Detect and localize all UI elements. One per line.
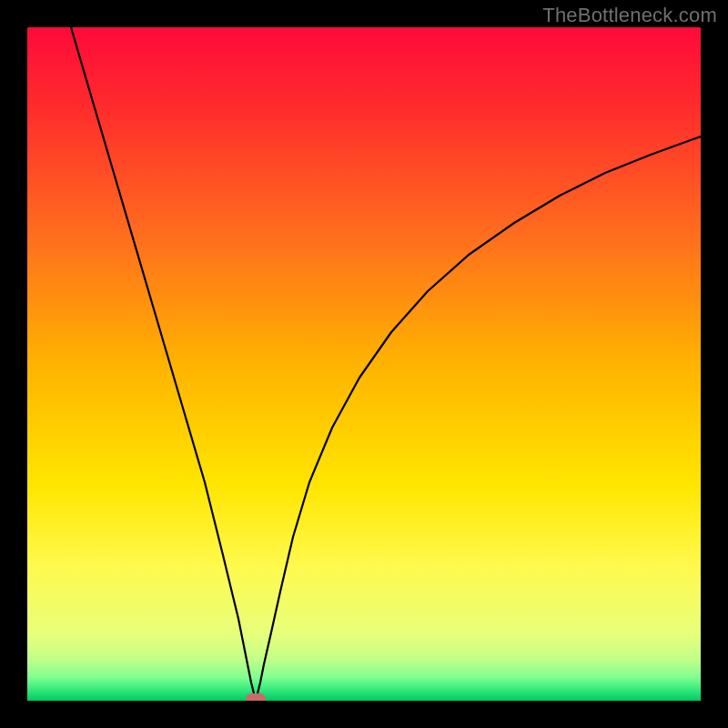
plot-area [27,27,701,701]
chart-frame: TheBottleneck.com [0,0,728,728]
minimum-marker [246,693,266,701]
watermark-text: TheBottleneck.com [542,4,717,27]
bottleneck-curve [27,27,701,701]
